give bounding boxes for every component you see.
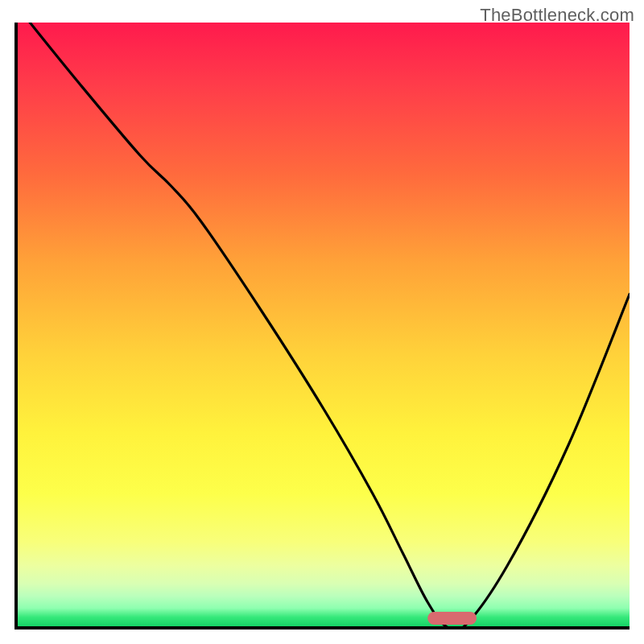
watermark-text: TheBottleneck.com	[480, 5, 634, 26]
bottleneck-curve	[30, 23, 630, 630]
plot-area	[14, 23, 630, 630]
optimum-marker	[427, 612, 477, 625]
bottleneck-chart: TheBottleneck.com	[0, 0, 644, 644]
chart-svg	[18, 23, 630, 626]
